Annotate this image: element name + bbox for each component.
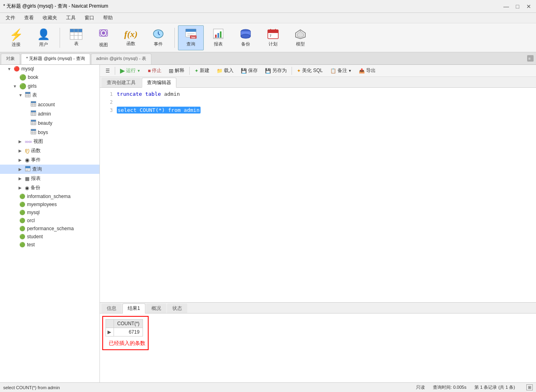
statusbar-grid-icon[interactable]: ⊞ xyxy=(526,384,533,390)
query-toolbar: ☰ ▶ 运行 ▼ ■ 停止 ⊞ 解释 ✦ 新建 📁 载 xyxy=(100,65,536,77)
svg-text:7: 7 xyxy=(269,34,271,38)
table-label: 表 xyxy=(74,41,79,47)
menu-icon: ☰ xyxy=(106,68,110,74)
sub-tab-builder[interactable]: 查询创建工具 xyxy=(101,78,141,87)
sidebar-item-boys[interactable]: boys xyxy=(0,128,99,137)
sidebar-label-functions: 函数 xyxy=(31,147,41,154)
run-dropdown-icon: ▼ xyxy=(137,69,141,73)
sidebar-item-girls[interactable]: ▼ 🟢 girls xyxy=(0,82,99,91)
sidebar-item-beauty[interactable]: beauty xyxy=(0,118,99,128)
results-tab-status[interactable]: 状态 xyxy=(167,303,187,313)
svg-rect-54 xyxy=(31,120,36,122)
toolbar-query[interactable]: bar 查询 xyxy=(178,25,204,50)
toolbar-schedule[interactable]: 7 计划 xyxy=(260,25,286,50)
new-btn[interactable]: ✦ 新建 xyxy=(191,66,213,75)
sidebar-item-admin[interactable]: admin xyxy=(0,109,99,118)
minimize-button[interactable]: — xyxy=(502,2,510,10)
qt-sep-1 xyxy=(115,67,115,75)
sidebar-item-test[interactable]: 🟢 test xyxy=(0,241,99,249)
tab-extra-btn[interactable]: ≡ xyxy=(525,54,536,64)
menu-tools[interactable]: 工具 xyxy=(62,14,80,22)
beautify-icon: ✦ xyxy=(297,68,301,74)
comment-btn[interactable]: 📋 备注 ▼ xyxy=(327,66,355,75)
expand-arrow-tables: ▼ xyxy=(19,93,23,97)
sidebar-item-events[interactable]: ▶ ◉ 事件 xyxy=(0,155,99,165)
sidebar-item-functions[interactable]: ▶ f() 函数 xyxy=(0,146,99,155)
tab-objects[interactable]: 对象 xyxy=(1,54,20,64)
queries-icon xyxy=(25,166,31,173)
sidebar-item-reports[interactable]: ▶ ▦ 报表 xyxy=(0,174,99,183)
sidebar-item-mysql[interactable]: ▼ 🔴 mysql xyxy=(0,65,99,73)
sub-tab-editor[interactable]: 查询编辑器 xyxy=(142,78,176,88)
toolbar-model[interactable]: 模型 xyxy=(288,25,313,50)
toolbar-report[interactable]: 报表 xyxy=(205,25,231,50)
expand-arrow-views: ▶ xyxy=(19,139,23,144)
menu-favorites[interactable]: 收藏夹 xyxy=(39,14,61,22)
book-db-icon: 🟢 xyxy=(19,74,26,80)
toolbar-backup[interactable]: 备份 xyxy=(233,25,259,50)
view-icon xyxy=(97,27,110,41)
comment-label: 备注 xyxy=(337,67,347,74)
sidebar-item-account[interactable]: account xyxy=(0,100,99,109)
connect-label: 连接 xyxy=(12,41,21,47)
toolbar-user[interactable]: 👤 用户 xyxy=(31,25,56,50)
sidebar-item-backups[interactable]: ▶ ◉ 备份 xyxy=(0,183,99,192)
sidebar-item-myemployees[interactable]: 🟢 myemployees xyxy=(0,200,99,208)
expand-arrow-mysql: ▼ xyxy=(7,67,12,71)
event-label: 事件 xyxy=(154,41,163,47)
toolbar-connect[interactable]: ⚡ 连接 xyxy=(3,25,29,50)
sidebar-item-orcl[interactable]: 🟢 orcl xyxy=(0,217,99,225)
expand-arrow-girls: ▼ xyxy=(13,84,18,89)
model-icon xyxy=(294,28,307,40)
sidebar-item-mysql-db[interactable]: 🟢 mysql xyxy=(0,208,99,217)
expand-arrow-queries: ▶ xyxy=(19,167,23,171)
toolbar-event[interactable]: 事件 xyxy=(145,25,171,50)
sidebar-label-boys: boys xyxy=(38,130,48,135)
toolbar-func[interactable]: f(x) 函数 xyxy=(118,25,144,50)
report-icon xyxy=(212,28,225,40)
toolbar-view[interactable]: 视图 xyxy=(91,25,116,50)
beautify-btn[interactable]: ✦ 美化 SQL xyxy=(294,66,326,75)
sidebar-item-performance-schema[interactable]: 🟢 performance_schema xyxy=(0,225,99,233)
svg-rect-21 xyxy=(220,31,221,38)
run-btn[interactable]: ▶ 运行 ▼ xyxy=(117,66,144,76)
beauty-table-icon xyxy=(31,120,36,126)
comment-dropdown-icon: ▼ xyxy=(348,69,352,73)
tab-admin[interactable]: admin @girls (mysql) - 表 xyxy=(91,54,151,64)
menu-btn[interactable]: ☰ xyxy=(102,67,113,75)
load-btn[interactable]: 📁 载入 xyxy=(213,66,237,75)
close-button[interactable]: ✕ xyxy=(525,2,533,10)
stop-btn[interactable]: ■ 停止 xyxy=(145,66,165,75)
results-tab-info[interactable]: 信息 xyxy=(101,303,122,313)
export-btn[interactable]: 📤 导出 xyxy=(356,66,379,75)
reports-icon: ▦ xyxy=(25,176,29,182)
titlebar-title: * 无标题 @girls (mysql) - 查询 - Navicat Prem… xyxy=(3,3,108,10)
menu-window[interactable]: 窗口 xyxy=(81,14,98,22)
save-btn[interactable]: 💾 保存 xyxy=(238,66,261,75)
sidebar-item-book[interactable]: 🟢 book xyxy=(0,73,99,82)
menu-help[interactable]: 帮助 xyxy=(99,14,117,22)
save-as-btn[interactable]: 💾 另存为 xyxy=(262,66,290,75)
svg-rect-13 xyxy=(186,29,196,32)
sidebar-label-test: test xyxy=(27,242,35,248)
sidebar-item-information-schema[interactable]: 🟢 information_schema xyxy=(0,192,99,200)
editor-area[interactable]: 1 truncate table admin 2 3 select COUNT(… xyxy=(100,88,536,302)
menu-file[interactable]: 文件 xyxy=(2,14,19,22)
explain-btn[interactable]: ⊞ 解释 xyxy=(166,66,188,75)
results-tab-result1[interactable]: 结果1 xyxy=(122,303,145,314)
sidebar-item-student[interactable]: 🟢 student xyxy=(0,233,99,241)
tab-query[interactable]: * 无标题 @girls (mysql) - 查询 xyxy=(21,54,90,64)
line-num-3: 3 xyxy=(103,106,113,114)
sidebar-item-queries[interactable]: ▶ 查询 xyxy=(0,165,99,174)
toolbar-table[interactable]: 表 xyxy=(63,25,89,50)
menu-view[interactable]: 查看 xyxy=(20,14,38,22)
save-as-label: 另存为 xyxy=(272,67,287,74)
results-tab-overview[interactable]: 概况 xyxy=(146,303,166,313)
sidebar-item-tables[interactable]: ▼ 表 xyxy=(0,91,99,100)
backup-label: 备份 xyxy=(241,41,250,47)
views-icon: ∞∞ xyxy=(25,139,32,144)
sidebar-item-views[interactable]: ▶ ∞∞ 视图 xyxy=(0,137,99,146)
sidebar-label-book: book xyxy=(28,74,38,80)
maximize-button[interactable]: □ xyxy=(513,2,522,10)
functions-icon: f() xyxy=(25,148,29,154)
